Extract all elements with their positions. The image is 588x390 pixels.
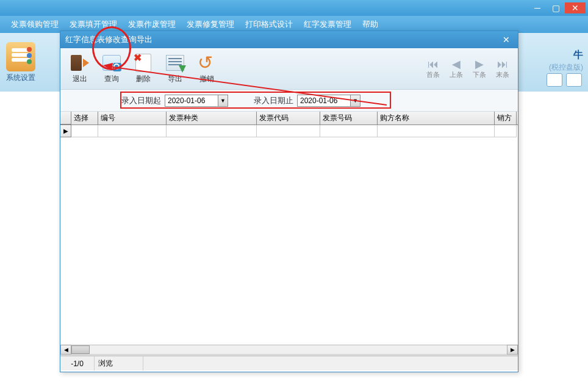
- nav-first-button[interactable]: ⏮ 首条: [423, 56, 443, 82]
- hscroll-right-button[interactable]: ▶: [507, 345, 518, 355]
- col-buyer-header[interactable]: 购方名称: [378, 112, 495, 125]
- date-to-dropdown-icon[interactable]: ▼: [350, 95, 360, 106]
- menu-print-format[interactable]: 打印格式设计: [240, 17, 298, 32]
- dialog-title: 红字信息表修改查询导出: [65, 34, 152, 45]
- lock-icon[interactable]: [547, 73, 562, 87]
- outer-titlebar: ─ ▢ ✕: [0, 0, 588, 16]
- app-brand-suffix: 牛: [573, 49, 583, 62]
- delete-label: 删除: [136, 74, 151, 84]
- nav-last-label: 末条: [496, 70, 509, 79]
- dialog-toolbar: 退出 查询 删除 导出 撤销: [60, 48, 518, 90]
- toolbar-group-main: 退出 查询 删除 导出 撤销: [65, 51, 221, 87]
- menu-red-invoice[interactable]: 红字发票管理: [299, 17, 356, 32]
- date-to-input[interactable]: [298, 95, 350, 106]
- query-label: 查询: [104, 74, 119, 84]
- system-settings-button[interactable]: 系统设置: [6, 42, 35, 83]
- cell-code[interactable]: [257, 125, 320, 137]
- grid-header: 选择 编号 发票种类 发票代码 发票号码 购方名称 销方: [60, 112, 518, 125]
- dialog-titlebar[interactable]: 红字信息表修改查询导出 ✕: [60, 31, 518, 48]
- export-icon: [166, 55, 184, 71]
- exit-button[interactable]: 退出: [65, 51, 95, 87]
- hscroll-track[interactable]: [71, 345, 507, 355]
- last-icon: ⏭: [497, 58, 508, 70]
- nav-next-label: 下条: [473, 70, 486, 79]
- settings-icon: [6, 42, 35, 71]
- exit-label: 退出: [73, 74, 87, 84]
- menu-invoice-repair[interactable]: 发票修复管理: [182, 17, 239, 32]
- col-invno-header[interactable]: 发票号码: [320, 112, 378, 125]
- dialog-close-button[interactable]: ✕: [500, 34, 513, 46]
- hscroll-left-button[interactable]: ◀: [60, 345, 71, 355]
- table-row[interactable]: ▶: [60, 125, 518, 137]
- menu-help[interactable]: 帮助: [357, 17, 383, 32]
- filter-bar: 录入日期起 ▼ 录入日期止 ▼: [60, 90, 518, 112]
- delete-button[interactable]: 删除: [129, 51, 158, 87]
- cell-buyer[interactable]: [378, 125, 495, 137]
- close-button[interactable]: ✕: [565, 2, 586, 13]
- query-icon: [102, 55, 121, 71]
- app-edition-label: (税控盘版): [549, 62, 583, 73]
- export-button[interactable]: 导出: [160, 51, 190, 87]
- nav-prev-button[interactable]: ◀ 上条: [446, 56, 467, 82]
- undo-label: 撤销: [199, 74, 214, 84]
- nav-first-label: 首条: [426, 70, 440, 79]
- current-row-marker: ▶: [60, 125, 71, 137]
- cell-seller[interactable]: [495, 125, 517, 137]
- maximize-button[interactable]: ▢: [547, 2, 565, 13]
- record-nav: ⏮ 首条 ◀ 上条 ▶ 下条 ⏭ 末条: [423, 56, 513, 82]
- cell-select[interactable]: [71, 125, 98, 137]
- cell-number[interactable]: [98, 125, 167, 137]
- date-from-combo[interactable]: ▼: [165, 95, 228, 107]
- nav-last-button[interactable]: ⏭ 末条: [492, 56, 513, 82]
- red-info-dialog: 红字信息表修改查询导出 ✕ 退出 查询 删除: [60, 31, 518, 372]
- settings-label: 系统设置: [6, 73, 35, 83]
- data-grid[interactable]: 选择 编号 发票种类 发票代码 发票号码 购方名称 销方 ▶ ◀: [60, 112, 518, 356]
- date-from-dropdown-icon[interactable]: ▼: [218, 95, 228, 106]
- undo-icon: [198, 55, 216, 71]
- grid-hscrollbar[interactable]: ◀ ▶: [60, 344, 518, 355]
- menu-invoice-void[interactable]: 发票作废管理: [123, 17, 181, 32]
- status-mode: 浏览: [95, 356, 143, 370]
- date-to-label: 录入日期止: [254, 95, 293, 106]
- exit-icon: [71, 55, 89, 71]
- col-number-header[interactable]: 编号: [98, 112, 167, 125]
- row-indicator-header: [60, 112, 71, 125]
- delete-icon: [135, 54, 151, 72]
- col-type-header[interactable]: 发票种类: [167, 112, 257, 125]
- cell-type[interactable]: [167, 125, 257, 137]
- date-from-label: 录入日期起: [121, 95, 161, 106]
- cell-invno[interactable]: [320, 125, 378, 137]
- next-icon: ▶: [475, 58, 484, 70]
- col-seller-header[interactable]: 销方: [495, 112, 517, 125]
- date-from-input[interactable]: [165, 95, 218, 106]
- nav-prev-label: 上条: [450, 70, 463, 79]
- query-button[interactable]: 查询: [97, 51, 126, 87]
- undo-button[interactable]: 撤销: [192, 51, 221, 87]
- menu-invoice-purchase[interactable]: 发票领购管理: [6, 17, 63, 32]
- status-position: -1/0: [60, 356, 95, 370]
- date-to-combo[interactable]: ▼: [297, 95, 360, 107]
- clipboard-icon[interactable]: [566, 73, 582, 87]
- minimize-button[interactable]: ─: [528, 2, 547, 13]
- first-icon: ⏮: [428, 58, 439, 70]
- outer-right-icons: [547, 73, 582, 87]
- outer-window: ─ ▢ ✕ 发票领购管理 发票填开管理 发票作废管理 发票修复管理 打印格式设计…: [0, 0, 588, 390]
- export-label: 导出: [168, 74, 182, 84]
- hscroll-thumb[interactable]: [71, 345, 90, 354]
- nav-next-button[interactable]: ▶ 下条: [469, 56, 490, 82]
- prev-icon: ◀: [452, 58, 461, 70]
- dialog-statusbar: -1/0 浏览: [60, 356, 518, 370]
- col-select-header[interactable]: 选择: [71, 112, 98, 125]
- col-code-header[interactable]: 发票代码: [257, 112, 320, 125]
- menu-invoice-fill[interactable]: 发票填开管理: [65, 17, 122, 32]
